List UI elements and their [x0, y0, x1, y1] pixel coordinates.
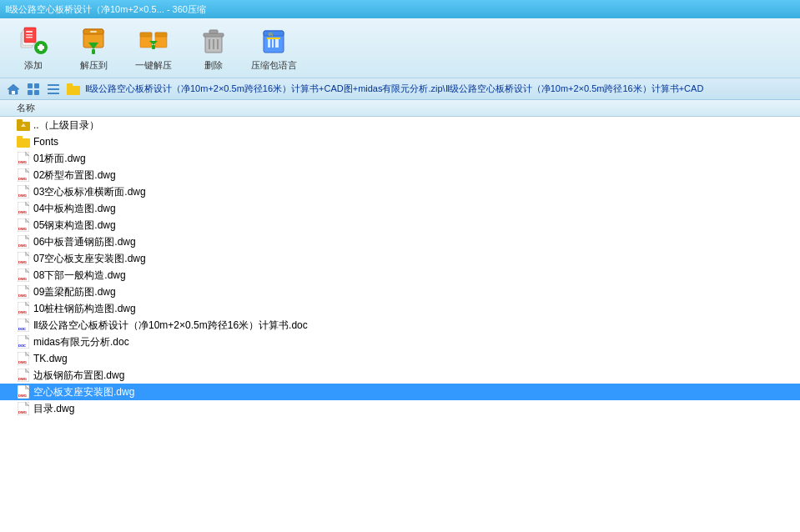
- delete-icon: [197, 24, 230, 58]
- file-row[interactable]: DWG 02桥型布置图.dwg: [0, 167, 800, 183]
- svg-rect-39: [48, 84, 59, 86]
- dwg-file-icon: DWG: [17, 402, 30, 415]
- file-row[interactable]: DOC Ⅱ级公路空心板桥设计（净10m+2×0.5m跨径16米）计算书.doc: [0, 317, 800, 334]
- file-rows-container: ..（上级目录） Fonts DWG 01桥面.dwg DWG 02桥型布置图.…: [0, 117, 800, 417]
- compress-lang-button[interactable]: 码 压缩包语言: [247, 22, 300, 75]
- add-icon: [17, 24, 50, 58]
- file-row[interactable]: DWG 08下部一般构造.dwg: [0, 267, 800, 284]
- file-row[interactable]: DWG 06中板普通钢筋图.dwg: [0, 233, 800, 250]
- address-path: Ⅱ级公路空心板桥设计（净10m+2×0.5m跨径16米）计算书+CAD图+mid…: [85, 83, 795, 95]
- file-name: 08下部一般构造.dwg: [33, 269, 126, 283]
- svg-text:DOC: DOC: [18, 327, 26, 331]
- svg-text:DWG: DWG: [18, 227, 27, 231]
- svg-rect-28: [268, 39, 270, 48]
- folder-icon-addr: [65, 81, 82, 98]
- dwg-file-icon: DWG: [17, 152, 30, 165]
- svg-rect-34: [12, 91, 15, 94]
- svg-rect-37: [28, 90, 33, 95]
- svg-text:DWG: DWG: [18, 243, 27, 248]
- name-column-header: 名称: [17, 102, 35, 114]
- dwg-file-icon: DWG: [17, 285, 30, 299]
- svg-rect-15: [140, 33, 152, 37]
- address-bar: Ⅱ级公路空心板桥设计（净10m+2×0.5m跨径16米）计算书+CAD图+mid…: [0, 78, 800, 100]
- svg-rect-38: [34, 90, 39, 95]
- file-list-area: 名称 ..（上级目录） Fonts DWG 01桥面.dwg DWG 02桥型布…: [0, 100, 800, 532]
- file-row[interactable]: Fonts: [0, 133, 800, 150]
- file-row[interactable]: DWG 03空心板标准横断面.dwg: [0, 183, 800, 200]
- svg-text:DWG: DWG: [18, 277, 27, 281]
- extract-to-button[interactable]: 解压到: [67, 22, 120, 75]
- delete-button[interactable]: 删除: [187, 22, 240, 75]
- svg-rect-43: [67, 83, 73, 87]
- svg-text:DOC: DOC: [18, 344, 26, 348]
- svg-rect-35: [28, 83, 33, 88]
- file-name: TK.dwg: [33, 353, 68, 364]
- add-label: 添加: [24, 59, 43, 72]
- dwg-file-icon: DWG: [17, 202, 30, 215]
- dwg-file-icon: DWG: [17, 352, 30, 365]
- add-button[interactable]: 添加: [7, 22, 60, 75]
- dwg-file-icon: DWG: [17, 385, 30, 399]
- svg-rect-22: [209, 30, 218, 33]
- dwg-file-icon: DWG: [17, 185, 30, 198]
- home-button[interactable]: [5, 81, 22, 98]
- file-row[interactable]: DOC midas有限元分析.doc: [0, 334, 800, 350]
- doc-file-icon: DOC: [17, 335, 30, 349]
- file-row[interactable]: DWG 07空心板支座安装图.dwg: [0, 250, 800, 267]
- compress-lang-icon: 码: [257, 24, 290, 58]
- dwg-file-icon: DWG: [17, 269, 30, 282]
- file-row[interactable]: DWG 09盖梁配筋图.dwg: [0, 284, 800, 300]
- file-row[interactable]: ..（上级目录）: [0, 117, 800, 133]
- svg-rect-27: [264, 31, 284, 36]
- file-row[interactable]: DWG 04中板构造图.dwg: [0, 200, 800, 217]
- extract-one-button[interactable]: 一键解压: [127, 22, 180, 75]
- svg-rect-48: [17, 136, 23, 139]
- toolbar: 添加 解压到: [0, 18, 800, 78]
- svg-text:DWG: DWG: [18, 377, 27, 381]
- file-row[interactable]: DWG 10桩柱钢筋构造图.dwg: [0, 300, 800, 317]
- dwg-file-icon: DWG: [17, 302, 30, 315]
- grid-view-button[interactable]: [25, 81, 42, 98]
- list-view-button[interactable]: [45, 81, 62, 98]
- folder-icon: [17, 135, 30, 148]
- svg-rect-40: [48, 88, 59, 90]
- svg-rect-5: [26, 37, 33, 38]
- svg-rect-41: [48, 93, 59, 94]
- delete-label: 删除: [204, 59, 223, 72]
- file-row[interactable]: DWG 目录.dwg: [0, 400, 800, 417]
- svg-rect-3: [26, 31, 33, 33]
- svg-rect-29: [272, 39, 274, 48]
- svg-text:DWG: DWG: [18, 160, 27, 164]
- doc-file-icon: DOC: [17, 319, 30, 332]
- svg-rect-30: [275, 39, 279, 48]
- file-row[interactable]: DWG 边板钢筋布置图.dwg: [0, 367, 800, 384]
- extract-to-icon: [77, 24, 110, 58]
- file-row[interactable]: DWG TK.dwg: [0, 350, 800, 367]
- file-name: Fonts: [33, 136, 58, 148]
- compress-lang-label: 压缩包语言: [251, 59, 297, 72]
- file-name: 09盖梁配筋图.dwg: [33, 285, 116, 299]
- dwg-file-icon: DWG: [17, 235, 30, 248]
- file-name: midas有限元分析.doc: [33, 335, 129, 349]
- svg-rect-8: [38, 46, 44, 49]
- file-name: Ⅱ级公路空心板桥设计（净10m+2×0.5m跨径16米）计算书.doc: [33, 319, 308, 333]
- file-row[interactable]: DWG 05钢束构造图.dwg: [0, 217, 800, 233]
- file-name: 10桩柱钢筋构造图.dwg: [33, 302, 136, 316]
- column-header: 名称: [0, 100, 800, 117]
- dwg-file-icon: DWG: [17, 369, 30, 382]
- svg-text:DWG: DWG: [18, 193, 27, 198]
- file-name: 07空心板支座安装图.dwg: [33, 252, 146, 266]
- svg-rect-21: [204, 33, 224, 37]
- file-row[interactable]: DWG 空心板支座安装图.dwg: [0, 384, 800, 400]
- svg-rect-31: [267, 38, 280, 39]
- file-row[interactable]: DWG 01桥面.dwg: [0, 150, 800, 167]
- svg-rect-4: [26, 34, 33, 36]
- file-name: 04中板构造图.dwg: [33, 202, 116, 216]
- svg-rect-11: [90, 31, 97, 33]
- svg-text:DWG: DWG: [18, 410, 27, 414]
- svg-rect-17: [155, 33, 167, 37]
- extract-one-label: 一键解压: [135, 59, 172, 72]
- svg-text:DWG: DWG: [18, 177, 27, 181]
- svg-rect-45: [17, 119, 23, 123]
- file-name: ..（上级目录）: [33, 118, 99, 133]
